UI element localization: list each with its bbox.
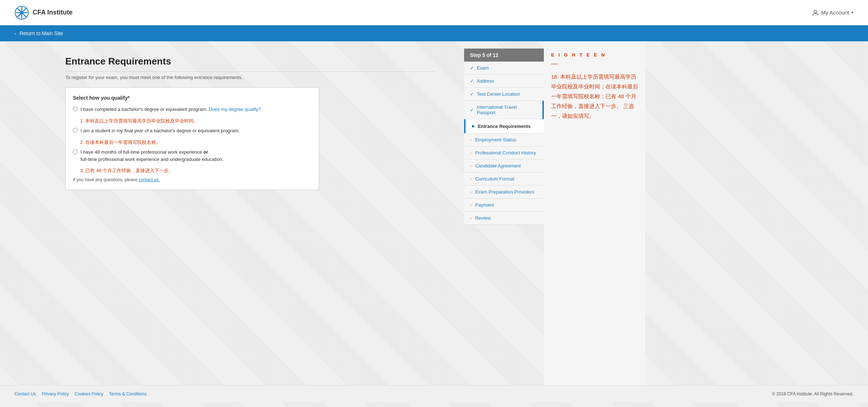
step-header: Step 5 of 12 (464, 49, 544, 62)
option1-annotation: 1. 本科及以上学历需填写最高学历毕业院校及毕业时间。 (80, 117, 311, 125)
degree-qualify-link[interactable]: Does my degree qualify? (209, 107, 261, 112)
step-employment[interactable]: ○ Employment Status (464, 133, 544, 146)
form-box: Select how you qualify* I have completed… (65, 87, 319, 190)
step-agreement-label: Candidate Agreement (475, 163, 521, 169)
circle-icon: ○ (470, 138, 472, 142)
step-travel-label: International Travel Passport (477, 104, 537, 115)
step-address[interactable]: ✓ Address (464, 75, 544, 88)
step-conduct[interactable]: ○ Professional Conduct History (464, 146, 544, 159)
step-curriculum[interactable]: ○ Curriculum Format (464, 173, 544, 186)
option3-or: or (203, 149, 208, 155)
step-exam-prep[interactable]: ○ Exam Preparation Providers (464, 186, 544, 199)
option2-container: I am a student in my final year of a bac… (73, 127, 311, 134)
chevron-left-icon: ‹ (15, 31, 16, 36)
logo-area: CFA Institute (15, 5, 73, 20)
step-address-label: Address (477, 78, 494, 84)
circle-icon: ○ (470, 164, 472, 168)
step-exam-label: Exam (477, 65, 489, 71)
option3-container: I have 48 months of full-time profession… (73, 149, 311, 163)
annotation-panel: E I G H T E E N — 18. 本科及以上学历需填写最高学历毕业院校… (544, 41, 645, 385)
my-account-label: My Account (821, 9, 849, 16)
footer: Contact Us Privacy Policy Cookies Policy… (0, 385, 868, 402)
page-title: Entrance Requirements (65, 56, 435, 72)
step-payment[interactable]: ○ Payment (464, 199, 544, 212)
return-link-text: Return to Main Site (20, 30, 63, 36)
step-travel[interactable]: ✓ International Travel Passport (464, 101, 544, 119)
circle-icon: ○ (470, 203, 472, 207)
option2-annotation: 2. 在读本科最后一年需填写院校名称。 (80, 139, 311, 146)
nav-bar: ‹ Return to Main Site (0, 25, 868, 41)
step-agreement[interactable]: ○ Candidate Agreement (464, 159, 544, 173)
step-entrance[interactable]: ● Entrance Requirements (464, 119, 544, 133)
step-conduct-label: Professional Conduct History (475, 150, 536, 155)
my-account-button[interactable]: My Account ▾ (812, 9, 853, 16)
steps-sidebar: Step 5 of 12 ✓ Exam ✓ Address ✓ Test Cen… (457, 41, 544, 385)
annotation-header: E I G H T E E N (551, 52, 638, 58)
contact-note: If you have any questions, please contac… (73, 177, 311, 182)
option1-radio[interactable] (73, 107, 78, 111)
step-review-label: Review (475, 215, 491, 221)
annotation-divider: — (551, 60, 638, 67)
option1-container: I have completed a bachelor's degree or … (73, 106, 311, 113)
option3-annotation: 3. 已有 48 个月工作经验，直接进入下一步。 (80, 167, 311, 174)
footer-cookies-link[interactable]: Cookies Policy (75, 391, 103, 396)
step-test-center[interactable]: ✓ Test Center Location (464, 88, 544, 101)
step-test-center-label: Test Center Location (477, 91, 520, 97)
step-payment-label: Payment (475, 202, 494, 208)
circle-icon: ○ (470, 216, 472, 220)
check-icon: ✓ (470, 107, 474, 113)
contact-link[interactable]: contact us. (139, 177, 160, 182)
step-entrance-label: Entrance Requirements (478, 124, 531, 129)
check-icon: ✓ (470, 91, 474, 97)
circle-icon: ○ (470, 177, 472, 181)
option2-radio[interactable] (73, 128, 78, 133)
option3-label[interactable]: I have 48 months of full-time profession… (80, 149, 224, 163)
step-exam[interactable]: ✓ Exam (464, 62, 544, 75)
step-review[interactable]: ○ Review (464, 212, 544, 225)
option2-text: I am a student in my final year of a bac… (80, 128, 240, 133)
step-curriculum-label: Curriculum Format (475, 176, 514, 182)
svg-point-5 (21, 12, 23, 14)
check-icon: ✓ (470, 65, 474, 71)
chevron-down-icon: ▾ (851, 10, 853, 15)
content-area: Entrance Requirements To register for yo… (0, 41, 457, 385)
return-to-main-link[interactable]: ‹ Return to Main Site (15, 30, 63, 36)
option2-label[interactable]: I am a student in my final year of a bac… (80, 127, 240, 134)
option3-text: I have 48 months of full-time profession… (80, 149, 202, 155)
check-icon: ✓ (470, 78, 474, 84)
bullet-icon: ● (471, 123, 475, 129)
option1-text: I have completed a bachelor's degree or … (80, 107, 207, 112)
option3-text2: full-time professional work experience a… (80, 157, 224, 162)
form-box-title: Select how you qualify* (73, 95, 311, 101)
account-icon (812, 9, 819, 16)
footer-terms-link[interactable]: Terms & Conditions (109, 391, 147, 396)
page-subtitle: To register for your exam, you must meet… (65, 75, 435, 80)
step-exam-prep-label: Exam Preparation Providers (475, 189, 534, 195)
footer-privacy-link[interactable]: Privacy Policy (42, 391, 69, 396)
option3-radio[interactable] (73, 149, 78, 154)
main-layout: Entrance Requirements To register for yo… (0, 41, 868, 385)
footer-links: Contact Us Privacy Policy Cookies Policy… (15, 391, 147, 396)
svg-point-6 (814, 10, 817, 13)
option1-label[interactable]: I have completed a bachelor's degree or … (80, 106, 261, 113)
circle-icon: ○ (470, 151, 472, 155)
logo-text: CFA Institute (33, 9, 73, 16)
footer-copyright: © 2018 CFA Institute. All Rights Reserve… (772, 391, 853, 396)
circle-icon: ○ (470, 190, 472, 194)
step-employment-label: Employment Status (475, 137, 516, 142)
header: CFA Institute My Account ▾ (0, 0, 868, 25)
cfa-logo-icon (15, 5, 29, 20)
annotation-body: 18. 本科及以上学历需填写最高学历毕业院校及毕业时间；在读本科最后一年需填写院… (551, 72, 638, 121)
footer-contact-link[interactable]: Contact Us (15, 391, 36, 396)
